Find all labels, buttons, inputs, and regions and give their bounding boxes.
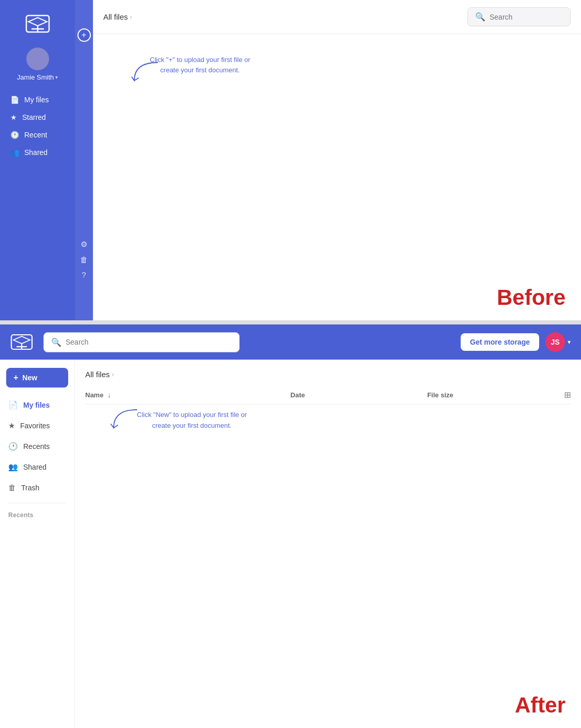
after-main: All files › Name ↓ Date File size ⊞ <box>75 360 581 728</box>
before-search-box[interactable]: 🔍 <box>467 7 571 26</box>
search-icon: 🔍 <box>51 337 61 347</box>
clock-icon: 🕐 <box>10 131 19 139</box>
before-avatar[interactable] <box>26 48 49 70</box>
sidebar-item-favorites[interactable]: ★ Favorites <box>0 416 74 435</box>
before-nav-item-recent[interactable]: 🕐 Recent <box>5 127 70 143</box>
after-sidebar: + New 📄 My files ★ Favorites 🕐 Recents 👥… <box>0 360 75 728</box>
people-icon: 👥 <box>10 148 19 157</box>
before-nav-item-my-files[interactable]: 📄 My files <box>5 91 70 108</box>
username-caret: ▾ <box>55 74 58 80</box>
after-breadcrumb: All files › <box>85 370 571 379</box>
svg-marker-5 <box>13 336 30 344</box>
after-section: 🔍 Get more storage JS ▾ + New 📄 My files <box>0 324 581 728</box>
before-logo <box>24 10 51 37</box>
sidebar-item-my-files[interactable]: 📄 My files <box>0 396 74 414</box>
before-username[interactable]: Jamie Smith ▾ <box>17 73 58 81</box>
help-icon[interactable]: ? <box>82 270 86 279</box>
strip-bottom-icons: ⚙ 🗑 ? <box>80 240 88 279</box>
after-avatar-wrapper[interactable]: JS ▾ <box>545 332 571 352</box>
before-main: All files › 🔍 Click "+" to upload your f… <box>93 0 581 320</box>
plus-icon: + <box>13 373 18 382</box>
svg-marker-1 <box>28 18 47 26</box>
before-sidebar-strip: + ⚙ 🗑 ? <box>75 0 93 320</box>
sidebar-item-shared[interactable]: 👥 Shared <box>0 458 74 476</box>
hint-arrow <box>108 407 139 433</box>
file-icon: 📄 <box>8 400 18 410</box>
settings-icon[interactable]: ⚙ <box>81 240 87 249</box>
before-empty-state: Click "+" to upload your first file orcr… <box>93 34 581 320</box>
get-more-storage-button[interactable]: Get more storage <box>461 333 539 351</box>
search-icon: 🔍 <box>475 12 485 22</box>
after-hint: Click "New" to upload your first file or… <box>137 410 247 431</box>
star-icon: ★ <box>8 421 15 430</box>
people-icon: 👥 <box>8 462 18 472</box>
trash-icon: 🗑 <box>8 483 16 492</box>
star-icon: ★ <box>10 113 17 121</box>
after-empty-state: Click "New" to upload your first file or… <box>85 405 571 718</box>
col-date-header[interactable]: Date <box>290 391 427 399</box>
before-breadcrumb: All files › <box>103 12 132 21</box>
clock-icon: 🕐 <box>8 442 18 451</box>
before-sidebar: Jamie Smith ▾ 📄 My files ★ Starred 🕐 Rec… <box>0 0 75 320</box>
before-nav: 📄 My files ★ Starred 🕐 Recent 👥 Shared <box>0 91 75 161</box>
col-size-header[interactable]: File size <box>427 391 564 399</box>
avatar-chevron: ▾ <box>568 338 571 346</box>
after-label: After <box>515 693 566 718</box>
before-nav-item-shared[interactable]: 👥 Shared <box>5 144 70 161</box>
before-search-input[interactable] <box>490 13 563 21</box>
sidebar-item-trash[interactable]: 🗑 Trash <box>0 478 74 497</box>
after-topbar-right: Get more storage JS ▾ <box>461 332 571 352</box>
nav-divider <box>8 503 66 503</box>
before-label: Before <box>497 285 566 310</box>
recents-section-label: Recents <box>0 509 74 521</box>
col-name-header[interactable]: Name ↓ <box>85 391 290 399</box>
after-topbar: 🔍 Get more storage JS ▾ <box>0 324 581 360</box>
new-button[interactable]: + New <box>6 368 68 388</box>
after-search-input[interactable] <box>66 338 232 346</box>
after-search-wrapper: 🔍 <box>43 332 240 352</box>
before-nav-item-starred[interactable]: ★ Starred <box>5 109 70 126</box>
hint-arrow <box>129 60 160 86</box>
before-hint: Click "+" to upload your first file orcr… <box>150 55 250 75</box>
file-icon: 📄 <box>10 96 19 104</box>
before-hint-text: Click "+" to upload your first file orcr… <box>150 55 250 75</box>
after-body: + New 📄 My files ★ Favorites 🕐 Recents 👥… <box>0 360 581 728</box>
after-logo <box>10 331 33 353</box>
before-header: All files › 🔍 <box>93 0 581 34</box>
before-section: Jamie Smith ▾ 📄 My files ★ Starred 🕐 Rec… <box>0 0 581 320</box>
sidebar-item-recents[interactable]: 🕐 Recents <box>0 437 74 456</box>
trash-icon[interactable]: 🗑 <box>80 255 88 264</box>
after-table-header: Name ↓ Date File size ⊞ <box>85 386 571 405</box>
view-toggle[interactable]: ⊞ <box>564 390 571 400</box>
after-hint-text: Click "New" to upload your first file or… <box>137 410 247 431</box>
section-divider <box>0 320 581 324</box>
after-search-box[interactable]: 🔍 <box>43 332 240 352</box>
after-avatar[interactable]: JS <box>545 332 565 352</box>
add-button[interactable]: + <box>77 28 91 42</box>
